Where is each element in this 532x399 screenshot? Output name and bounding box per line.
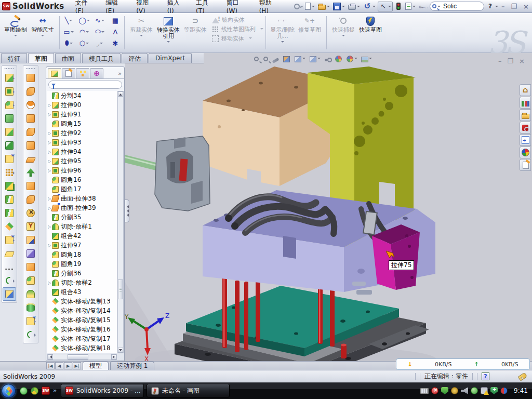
- surfaces-orange2-button[interactable]: [24, 125, 37, 139]
- scroll-down-button[interactable]: [118, 348, 123, 353]
- surfaces-star-button[interactable]: [24, 314, 37, 328]
- surfaces-orange-button[interactable]: [24, 179, 37, 193]
- taskpane-res-tab[interactable]: [520, 97, 531, 109]
- taskbar-window-paint[interactable]: 未命名 - 画图: [147, 384, 230, 397]
- panel-splitter-handle[interactable]: [125, 200, 129, 222]
- surfaces-delx-button[interactable]: [24, 206, 37, 220]
- sketch-spline-dropdown-icon[interactable]: [101, 20, 104, 23]
- model-tab-模型[interactable]: 模型: [83, 362, 109, 370]
- taskbar-window-solidworks[interactable]: SWSolidWorks 2009 - ...: [61, 384, 144, 397]
- smart-dimension-dropdown-icon[interactable]: [41, 35, 44, 38]
- search-box[interactable]: [430, 2, 484, 11]
- surfaces-orange2-button[interactable]: [24, 193, 37, 206]
- tray-sync-icon[interactable]: [471, 387, 478, 394]
- features-star-button[interactable]: [3, 233, 16, 247]
- feature-manager-tab[interactable]: [48, 68, 61, 78]
- configuration-manager-tab[interactable]: [76, 68, 89, 78]
- restore-button[interactable]: ❐: [508, 3, 520, 10]
- model-magenta-block[interactable]: [372, 224, 420, 290]
- tree-item[interactable]: 分割35: [47, 212, 117, 222]
- tree-item[interactable]: ▷拉伸95: [47, 156, 117, 166]
- minimize-button[interactable]: –: [498, 3, 508, 10]
- fillet-dropdown-icon[interactable]: [13, 104, 16, 107]
- tray-stop-icon[interactable]: [500, 387, 508, 394]
- features-goldgreen-button[interactable]: [3, 125, 16, 139]
- expand-arrow-icon[interactable]: ▷: [47, 168, 52, 173]
- expand-arrow-icon[interactable]: ▷: [47, 159, 52, 164]
- sketch-line-dropdown-icon[interactable]: [69, 20, 72, 23]
- scroll-left-button[interactable]: [48, 354, 53, 360]
- rebuild-button[interactable]: [394, 2, 403, 10]
- undo-dropdown-icon[interactable]: [373, 6, 376, 9]
- property-manager-tab[interactable]: [62, 68, 75, 78]
- expand-arrow-icon[interactable]: ▷: [47, 224, 52, 229]
- curve-dropdown-icon[interactable]: [13, 280, 16, 283]
- taskbar-clock[interactable]: 9:41: [512, 387, 532, 394]
- dots-dropdown-icon[interactable]: [13, 171, 16, 175]
- rapid-sketch-button[interactable]: 快速草图: [357, 15, 384, 34]
- tab-曲面[interactable]: 曲面: [55, 53, 81, 63]
- features-plane-button[interactable]: [3, 247, 16, 260]
- display-delete-relations-button[interactable]: ⌐⌐ 显示/删除几...: [269, 15, 296, 45]
- print-button[interactable]: [347, 3, 361, 10]
- tree-item[interactable]: 圆角17: [47, 184, 117, 194]
- undo-button[interactable]: ↺: [362, 2, 377, 11]
- taskpane-palette-tab[interactable]: [520, 134, 531, 146]
- cube-dropdown-icon[interactable]: [302, 58, 305, 61]
- surfaces-orange-button[interactable]: [24, 139, 37, 152]
- goldgreen-dropdown-icon[interactable]: [13, 77, 16, 80]
- first-tab-button[interactable]: |◀: [46, 362, 55, 369]
- tree-item[interactable]: 圆角18: [47, 250, 117, 259]
- sketch-slot-button[interactable]: ⬮: [61, 39, 76, 47]
- tree-item[interactable]: 分割36: [47, 269, 117, 278]
- features-move-button[interactable]: [3, 220, 16, 233]
- expand-arrow-icon[interactable]: ▷: [47, 140, 52, 145]
- tab-特征[interactable]: 特征: [1, 53, 27, 63]
- surfaces-curve-button[interactable]: [24, 328, 37, 341]
- sketch-hatch-button[interactable]: ▦: [108, 17, 123, 24]
- tree-item[interactable]: 圆角16: [47, 175, 117, 184]
- tray-cert-icon[interactable]: [451, 387, 458, 394]
- tree-item[interactable]: ▷拉伸93: [47, 138, 117, 147]
- surfaces-orange-button[interactable]: [24, 112, 37, 125]
- last-tab-button[interactable]: ▶|: [73, 362, 81, 369]
- sketch-spline-button[interactable]: ∿: [92, 17, 108, 24]
- tree-item[interactable]: 实体-移动/复制13: [47, 297, 117, 306]
- tray-net-icon[interactable]: [481, 387, 488, 394]
- tray-secred-icon[interactable]: [431, 387, 438, 394]
- surfaces-orange-button[interactable]: [24, 71, 37, 85]
- features-instant-button[interactable]: [3, 287, 16, 301]
- open-button[interactable]: [317, 2, 331, 10]
- headsup-wand-2-button[interactable]: [272, 57, 279, 62]
- save-dropdown-icon[interactable]: [342, 6, 345, 9]
- tasklist-dropdown-icon[interactable]: [413, 6, 416, 9]
- surfaces-orangeflat-button[interactable]: [24, 152, 37, 166]
- new-dropdown-icon[interactable]: [312, 6, 315, 9]
- doc-restore-button[interactable]: ❐: [507, 57, 513, 65]
- quick-snaps-button[interactable]: 快速捕捉: [330, 15, 357, 39]
- star-dropdown-icon[interactable]: [34, 320, 37, 323]
- repair-sketch-button[interactable]: ✎+ 修复草图: [296, 15, 323, 34]
- headsup-glasses-6-button[interactable]: [324, 57, 331, 61]
- features-combine-button[interactable]: [3, 179, 16, 193]
- ball-dropdown-icon[interactable]: [354, 58, 357, 61]
- tree-item[interactable]: 实体-移动/复制14: [47, 306, 117, 315]
- save-button[interactable]: [332, 2, 346, 11]
- surfaces-fillet-button[interactable]: [24, 274, 37, 287]
- features-goldcut-button[interactable]: [3, 85, 16, 98]
- tree-item[interactable]: ▷拉伸96: [47, 166, 117, 175]
- tree-item[interactable]: 圆角15: [47, 119, 117, 128]
- tree-item[interactable]: ▷曲面-拉伸39: [47, 203, 117, 212]
- photo-dropdown-icon[interactable]: [369, 58, 372, 61]
- tray-keyboard-icon[interactable]: [420, 388, 429, 394]
- expand-arrow-icon[interactable]: ▷: [47, 281, 52, 285]
- sketch-polygon-button[interactable]: ⬡: [76, 39, 92, 47]
- mirror-entities-button[interactable]: 镜向实体: [212, 16, 263, 24]
- headsup-cube-4-button[interactable]: [294, 56, 305, 63]
- tree-item[interactable]: 实体-移动/复制18: [47, 343, 117, 353]
- graphics-viewport[interactable]: Y Z X – ❐ × 拉伸75 ⌂: [125, 53, 532, 361]
- expand-arrow-icon[interactable]: ▷: [47, 103, 52, 108]
- sketch-rect-button[interactable]: ▭: [61, 28, 76, 36]
- sketch-corner-button[interactable]: ◞: [92, 39, 108, 47]
- sketch-ellipse-dropdown-icon[interactable]: [101, 31, 104, 34]
